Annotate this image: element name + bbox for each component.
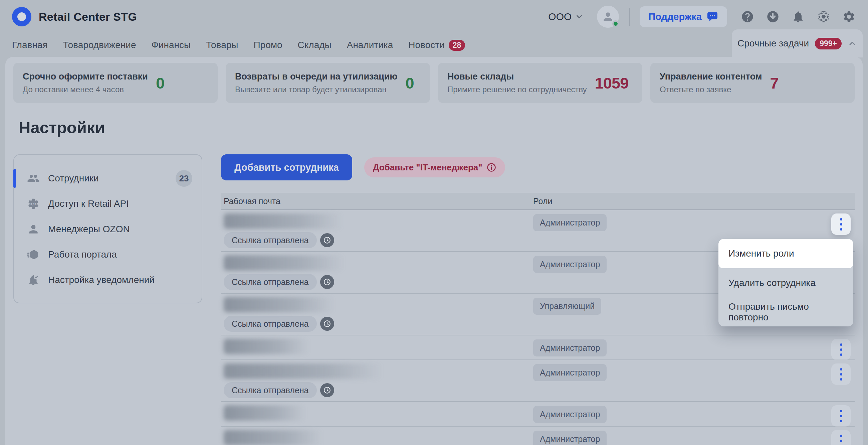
- sidebar-item-notifications[interactable]: Настройка уведомлений: [14, 267, 202, 293]
- link-status: Ссылка отправлена: [224, 382, 533, 398]
- help-icon[interactable]: [741, 10, 754, 24]
- alert-card-content[interactable]: Управление контентом Ответьте по заявке …: [650, 63, 855, 103]
- sidebar-item-retail-api[interactable]: </> Доступ к Retail API: [14, 191, 202, 216]
- column-header-email: Рабочая почта: [221, 197, 533, 206]
- card-title: Срочно оформите поставки: [23, 71, 148, 82]
- menu-item-delete-employee[interactable]: Удалить сотрудника: [718, 268, 853, 297]
- nav-label: Склады: [298, 40, 332, 51]
- nav-label: Главная: [12, 40, 48, 51]
- link-sent-badge: Ссылка отправлена: [224, 232, 317, 248]
- sidebar-item-employees[interactable]: Сотрудники 23: [14, 166, 202, 191]
- row-actions-button[interactable]: [831, 405, 850, 426]
- link-status: Ссылка отправлена: [224, 232, 533, 248]
- card-title: Новые склады: [447, 71, 587, 82]
- topbar-right: ООО Поддержка: [548, 6, 856, 28]
- link-status: Ссылка отправлена: [224, 274, 533, 290]
- employee-email-redacted: [224, 213, 342, 229]
- card-text: Срочно оформите поставки До поставки мен…: [23, 71, 148, 94]
- sidebar-item-label: Работа портала: [48, 249, 117, 260]
- employee-email-redacted: [224, 339, 309, 354]
- page-title: Настройки: [19, 118, 105, 137]
- role-cell: Администратор: [533, 363, 855, 398]
- card-subtitle: Вывезите или товар будет утилизирован: [235, 85, 397, 94]
- org-switcher[interactable]: ООО: [548, 11, 584, 22]
- card-text: Возвраты в очереди на утилизацию Вывезит…: [235, 71, 397, 94]
- sidebar-item-label: Менеджеры OZON: [48, 224, 130, 235]
- hint-chip-label: Добавьте "IT-менеджера": [373, 162, 483, 173]
- nav-item-tovarodvizhenie[interactable]: Товародвижение: [63, 40, 136, 51]
- email-cell: [221, 405, 533, 423]
- urgent-tasks-badge: 999+: [815, 38, 842, 50]
- employee-email-redacted: [224, 405, 306, 421]
- nav-item-tovary[interactable]: Товары: [206, 40, 238, 51]
- nav-item-analitika[interactable]: Аналитика: [347, 40, 393, 51]
- sidebar-item-ozon-managers[interactable]: Менеджеры OZON: [14, 216, 202, 242]
- card-title: Управление контентом: [660, 71, 762, 82]
- nav-label: Товары: [206, 40, 238, 51]
- bell-check-icon: [27, 273, 40, 287]
- add-it-manager-chip[interactable]: Добавьте "IT-менеджера": [364, 157, 505, 177]
- sidebar-item-portal[interactable]: Работа портала: [14, 242, 202, 267]
- employees-count-badge: 23: [176, 170, 192, 187]
- email-cell: Ссылка отправлена: [221, 213, 533, 248]
- role-chip: Администратор: [533, 406, 607, 423]
- clock-icon: [320, 383, 334, 397]
- nav-item-promo[interactable]: Промо: [253, 40, 282, 51]
- link-sent-badge: Ссылка отправлена: [224, 274, 317, 290]
- card-text: Новые склады Примите решение по сотрудни…: [447, 71, 587, 94]
- table-row: Ссылка отправлена Администратор: [221, 426, 855, 445]
- globe-icon[interactable]: [816, 10, 831, 24]
- person-icon: [27, 222, 40, 236]
- alert-card-warehouses[interactable]: Новые склады Примите решение по сотрудни…: [438, 63, 642, 103]
- news-count-badge: 28: [449, 40, 465, 51]
- role-chip: Администратор: [533, 339, 607, 356]
- actions-row: Добавить сотрудника Добавьте "IT-менедже…: [221, 154, 855, 180]
- card-subtitle: Ответьте по заявке: [660, 85, 762, 94]
- add-employee-button[interactable]: Добавить сотрудника: [221, 154, 352, 180]
- role-chip: Администратор: [533, 214, 607, 231]
- role-chip: Администратор: [533, 256, 607, 273]
- sidebar-item-label: Сотрудники: [48, 173, 99, 184]
- employee-email-redacted: [224, 255, 344, 271]
- nav-item-sklady[interactable]: Склады: [298, 40, 332, 51]
- brand-title: Retail Center STG: [39, 10, 137, 23]
- email-cell: Ссылка отправлена: [221, 363, 533, 398]
- bell-icon[interactable]: [791, 10, 805, 24]
- table-header: Рабочая почта Роли: [221, 193, 855, 210]
- main-nav: Главная Товародвижение Финансы Товары Пр…: [0, 33, 477, 57]
- sidebar-item-label: Настройка уведомлений: [48, 275, 155, 285]
- role-cell: Администратор: [533, 405, 855, 423]
- alert-card-returns[interactable]: Возвраты в очереди на утилизацию Вывезит…: [226, 63, 430, 103]
- chevron-up-icon: [848, 39, 857, 48]
- nav-item-finansy[interactable]: Финансы: [152, 40, 191, 51]
- nav-item-novosti[interactable]: Новости 28: [408, 40, 465, 51]
- card-text: Управление контентом Ответьте по заявке: [660, 71, 762, 94]
- clock-icon: [320, 317, 334, 331]
- download-icon[interactable]: [766, 10, 780, 24]
- avatar[interactable]: [597, 6, 619, 28]
- link-status: Ссылка отправлена: [224, 316, 533, 332]
- table-row: Администратор: [221, 335, 855, 360]
- menu-item-change-roles[interactable]: Изменить роли: [718, 239, 853, 268]
- alert-card-supplies[interactable]: Срочно оформите поставки До поставки мен…: [13, 63, 218, 103]
- row-actions-button[interactable]: [831, 363, 850, 385]
- api-gear-icon: </>: [27, 197, 40, 210]
- nav-item-glavnaya[interactable]: Главная: [12, 40, 48, 51]
- org-label: ООО: [548, 11, 571, 22]
- card-value: 1059: [595, 74, 629, 92]
- people-icon: [27, 172, 40, 185]
- support-button[interactable]: Поддержка: [640, 6, 727, 27]
- brand-logo-icon: [12, 7, 31, 26]
- table-row: Ссылка отправлена Администратор: [221, 360, 855, 402]
- nav-label: Аналитика: [347, 40, 393, 51]
- row-actions-button[interactable]: [831, 339, 850, 360]
- email-cell: Ссылка отправлена: [221, 255, 533, 290]
- menu-item-resend-email[interactable]: Отправить письмо повторно: [718, 297, 853, 326]
- urgent-tasks-toggle[interactable]: Срочные задачи 999+: [732, 29, 863, 57]
- row-actions-button[interactable]: [831, 430, 850, 445]
- gear-icon[interactable]: [842, 10, 856, 24]
- row-actions-button[interactable]: [831, 213, 850, 235]
- employee-email-redacted: [224, 363, 382, 379]
- online-status-dot: [612, 20, 619, 27]
- nav-label: Финансы: [152, 40, 191, 51]
